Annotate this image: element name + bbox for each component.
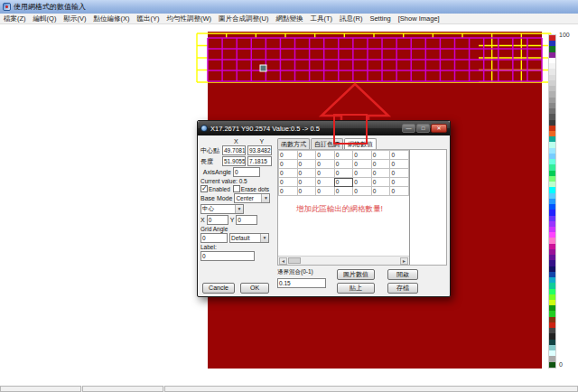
menu-item-9[interactable]: 訊息(R) <box>336 14 366 23</box>
file-buttons: 圖片數值 開啟 貼上 存檔 <box>337 269 418 294</box>
grid-cell[interactable]: 0 <box>334 160 353 169</box>
dialog-minimize-button[interactable]: — <box>402 124 415 133</box>
scroll-left-icon[interactable]: ◄ <box>279 257 287 265</box>
erase-dots-checkbox[interactable] <box>233 185 240 192</box>
chevron-down-icon[interactable]: ▼ <box>261 194 269 202</box>
horizontal-scrollbar[interactable]: ◄ ► <box>278 256 409 265</box>
save-button[interactable]: 存檔 <box>387 283 418 294</box>
image-values-button[interactable]: 圖片數值 <box>337 269 375 280</box>
grid-cell[interactable]: 0 <box>353 187 372 196</box>
grid-cell[interactable]: 0 <box>316 169 335 178</box>
color-palette[interactable] <box>548 34 556 369</box>
grid-cell[interactable]: 0 <box>279 178 298 187</box>
grid-cell[interactable]: 0 <box>279 151 298 160</box>
dialog-right-panel: 函數方式自訂色調網格數值 000000000000000000000000000… <box>277 138 447 294</box>
grid-cell[interactable]: 0 <box>316 187 335 196</box>
menu-item-8[interactable]: 工具(T) <box>306 14 336 23</box>
center-y-field[interactable]: 93.8482 <box>247 145 272 155</box>
cancel-button[interactable]: Cancle <box>202 283 235 294</box>
dialog-close-button[interactable]: ✕ <box>431 124 447 133</box>
grid-cell[interactable]: 0 <box>371 151 390 160</box>
enabled-checkbox[interactable] <box>200 185 208 192</box>
checkbox-row: Enabled Erase dots <box>200 185 274 192</box>
grid-cell[interactable]: 0 <box>297 160 316 169</box>
grid-values-tab-page: 00000000000000000000000000000000000 增加此區… <box>277 149 447 266</box>
annotation-hint-text: 增加此區輸出的網格數量! <box>296 204 383 215</box>
grid-cell[interactable]: 0 <box>297 151 316 160</box>
chevron-down-icon[interactable]: ▼ <box>260 234 268 242</box>
dialog-bottom-row: 邊界混合(0-1) 0.15 圖片數值 開啟 貼上 存檔 <box>277 268 447 294</box>
grid-cell[interactable]: 0 <box>334 151 353 160</box>
menu-item-0[interactable]: 檔案(Z) <box>0 14 30 23</box>
anchor-row: 中心 ▼ <box>200 204 274 214</box>
dialog-maximize-button[interactable]: □ <box>416 124 430 133</box>
chevron-down-icon[interactable]: ▼ <box>235 205 243 213</box>
grid-cell[interactable]: 0 <box>371 160 390 169</box>
grid-cell[interactable]: 0 <box>371 169 390 178</box>
status-panel <box>82 386 163 392</box>
grid-cell[interactable]: 0 <box>279 160 298 169</box>
grid-cell[interactable]: 0 <box>390 187 409 196</box>
grid-cell[interactable]: 0 <box>279 187 298 196</box>
scrollbar-thumb[interactable] <box>288 257 301 264</box>
dialog-titlebar[interactable]: X17.2671 Y90.2574 Value:0.5 -> 0.5 — □ ✕ <box>198 121 450 135</box>
grid-cell[interactable]: 0 <box>390 160 409 169</box>
grid-cell[interactable]: 0 <box>297 178 316 187</box>
grid-cell[interactable]: 0 <box>353 160 372 169</box>
menu-item-1[interactable]: 編輯(Q) <box>30 14 61 23</box>
grid-cell[interactable]: 0 <box>297 187 316 196</box>
blend-field[interactable]: 0.15 <box>277 278 326 288</box>
grid-value-dialog: X17.2671 Y90.2574 Value:0.5 -> 0.5 — □ ✕… <box>197 120 451 297</box>
label-field[interactable]: 0 <box>200 251 255 261</box>
grid-cell[interactable]: 0 <box>390 178 409 187</box>
dialog-icon <box>200 125 208 132</box>
grid-cell[interactable]: 0 <box>353 169 372 178</box>
menu-item-2[interactable]: 顯示(V) <box>60 14 89 23</box>
grid-angle-field[interactable]: 0 <box>200 233 228 243</box>
scroll-right-icon[interactable]: ► <box>400 257 408 265</box>
grid-cell[interactable]: 0 <box>334 178 353 187</box>
length-y-field[interactable]: 7.1815 <box>247 156 272 166</box>
y-offset-field[interactable]: 0 <box>236 215 257 225</box>
base-mode-value: Center <box>235 195 261 201</box>
grid-cell[interactable]: 0 <box>316 160 335 169</box>
tab-0[interactable]: 函數方式 <box>277 138 310 149</box>
grid-cell[interactable]: 0 <box>316 151 335 160</box>
grid-cell[interactable]: 0 <box>390 151 409 160</box>
grid-cell[interactable]: 0 <box>353 151 372 160</box>
anchor-value: 中心 <box>201 205 235 213</box>
center-x-field[interactable]: 49.7081 <box>222 145 246 155</box>
x-offset-field[interactable]: 0 <box>207 215 228 225</box>
menu-item-6[interactable]: 圖片合成調整(U) <box>215 14 272 23</box>
grid-cell[interactable]: 0 <box>334 169 353 178</box>
tab-1[interactable]: 自訂色調 <box>311 138 343 149</box>
grid-cell[interactable]: 0 <box>279 169 298 178</box>
menu-item-5[interactable]: 均勻性調整(W) <box>163 14 215 23</box>
grid-cell[interactable]: 0 <box>297 169 316 178</box>
axis-angle-field[interactable]: 0 <box>233 167 260 177</box>
ok-button[interactable]: OK <box>240 283 269 294</box>
open-button[interactable]: 開啟 <box>387 269 418 280</box>
tab-2[interactable]: 網格數值 <box>344 138 377 149</box>
menu-item-11[interactable]: [Show Image] <box>395 14 443 23</box>
grid-angle-row: 0 Default ▼ <box>200 233 274 243</box>
menu-item-3[interactable]: 點位編修(X) <box>89 14 133 23</box>
menu-item-7[interactable]: 網點變換 <box>272 14 306 23</box>
grid-cell[interactable]: 0 <box>371 187 390 196</box>
grid-angle-mode-dropdown[interactable]: Default ▼ <box>229 233 269 243</box>
paste-button[interactable]: 貼上 <box>337 283 375 294</box>
base-mode-dropdown[interactable]: Center ▼ <box>234 193 270 203</box>
palette-swatch-58[interactable] <box>549 362 555 368</box>
length-x-field[interactable]: 51.9055 <box>222 156 246 166</box>
grid-cell[interactable]: 0 <box>390 169 409 178</box>
grid-cell[interactable]: 0 <box>316 178 335 187</box>
grid-values-control[interactable]: 00000000000000000000000000000000000 增加此區… <box>278 150 410 265</box>
menu-item-10[interactable]: Setting <box>366 14 394 23</box>
grid-cell[interactable]: 0 <box>334 187 353 196</box>
anchor-dropdown[interactable]: 中心 ▼ <box>200 204 244 214</box>
grid-cell[interactable]: 0 <box>371 178 390 187</box>
menu-item-4[interactable]: 匯出(Y) <box>133 14 163 23</box>
erase-dots-label: Erase dots <box>241 186 269 192</box>
base-mode-row: Base Mode Center ▼ <box>200 193 274 203</box>
grid-cell[interactable]: 0 <box>353 178 372 187</box>
